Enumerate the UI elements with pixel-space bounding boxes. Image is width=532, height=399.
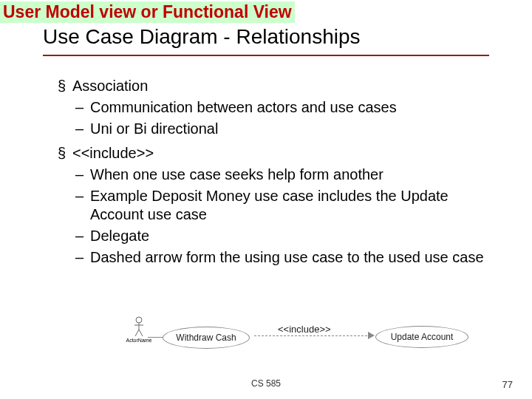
- footer-course: CS 585: [0, 378, 532, 389]
- uml-diagram: ActorName Withdraw Cash <<include>> Upda…: [123, 319, 492, 356]
- title-block: Use Case Diagram - Relationships: [43, 25, 489, 56]
- banner: User Model view or Functional View: [0, 1, 295, 23]
- subbullet: Communication between actors and use cas…: [58, 98, 489, 117]
- slide-title: Use Case Diagram - Relationships: [43, 25, 489, 53]
- svg-line-4: [139, 330, 143, 336]
- subbullet: Dashed arrow form the using use case to …: [58, 248, 489, 267]
- actor-label: ActorName: [123, 338, 155, 343]
- svg-line-3: [135, 330, 139, 336]
- actor-assoc-line: [148, 337, 163, 338]
- svg-point-0: [136, 317, 142, 323]
- include-arrow-line: [254, 335, 371, 336]
- arrowhead-icon: [368, 332, 375, 339]
- title-rule: [43, 55, 489, 56]
- include-label: <<include>>: [278, 324, 331, 335]
- subbullet: When one use case seeks help form anothe…: [58, 166, 489, 184]
- usecase-withdraw: Withdraw Cash: [163, 327, 250, 349]
- content: Association Communication between actors…: [58, 71, 489, 268]
- subbullet: Uni or Bi directional: [58, 120, 489, 138]
- subbullet: Example Deposit Money use case includes …: [58, 187, 489, 224]
- usecase-update: Update Account: [375, 326, 468, 348]
- page-number: 77: [502, 379, 513, 390]
- subbullet: Delegate: [58, 227, 489, 245]
- bullet-association: Association: [58, 77, 489, 95]
- actor-icon: ActorName: [123, 316, 155, 343]
- bullet-include: <<include>>: [58, 144, 489, 163]
